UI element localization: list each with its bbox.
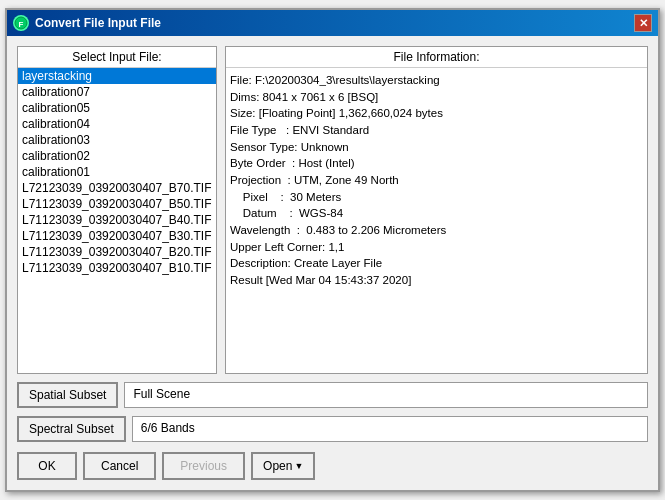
file-list[interactable]: layerstackingcalibration07calibration05c… bbox=[18, 68, 216, 358]
title-bar: F Convert File Input File ✕ bbox=[7, 10, 658, 36]
main-window: F Convert File Input File ✕ Select Input… bbox=[5, 8, 660, 492]
right-panel: File Information: File: F:\20200304_3\re… bbox=[225, 46, 648, 374]
list-item[interactable]: L72123039_03920030407_B70.TIF bbox=[18, 180, 216, 196]
previous-button[interactable]: Previous bbox=[162, 452, 245, 480]
list-item[interactable]: calibration03 bbox=[18, 132, 216, 148]
open-label: Open bbox=[263, 459, 292, 473]
file-info: File: F:\20200304_3\results\layerstackin… bbox=[226, 68, 647, 373]
left-panel: Select Input File: layerstackingcalibrat… bbox=[17, 46, 217, 374]
list-item[interactable]: L71123039_03920030407_B10.TIF bbox=[18, 260, 216, 276]
svg-text:F: F bbox=[19, 20, 24, 29]
list-item[interactable]: L71123039_03920030407_B40.TIF bbox=[18, 212, 216, 228]
spectral-subset-value: 6/6 Bands bbox=[132, 416, 648, 442]
window-title: Convert File Input File bbox=[35, 16, 161, 30]
app-icon: F bbox=[13, 15, 29, 31]
list-item[interactable]: L71123039_03920030407_B20.TIF bbox=[18, 244, 216, 260]
bottom-buttons: OK Cancel Previous Open ▼ bbox=[17, 450, 648, 480]
list-item[interactable]: calibration01 bbox=[18, 164, 216, 180]
list-item[interactable]: calibration04 bbox=[18, 116, 216, 132]
open-dropdown-arrow: ▼ bbox=[294, 461, 303, 471]
list-item[interactable]: L71123039_03920030407_B50.TIF bbox=[18, 196, 216, 212]
left-panel-header: Select Input File: bbox=[18, 47, 216, 68]
spatial-subset-button[interactable]: Spatial Subset bbox=[17, 382, 118, 408]
spectral-subset-row: Spectral Subset 6/6 Bands bbox=[17, 416, 648, 442]
list-item[interactable]: calibration02 bbox=[18, 148, 216, 164]
list-item[interactable]: L71123039_03920030407_B30.TIF bbox=[18, 228, 216, 244]
spatial-subset-row: Spatial Subset Full Scene bbox=[17, 382, 648, 408]
cancel-button[interactable]: Cancel bbox=[83, 452, 156, 480]
spatial-subset-value: Full Scene bbox=[124, 382, 648, 408]
open-button[interactable]: Open ▼ bbox=[251, 452, 315, 480]
right-panel-header: File Information: bbox=[226, 47, 647, 68]
list-item[interactable]: calibration07 bbox=[18, 84, 216, 100]
ok-button[interactable]: OK bbox=[17, 452, 77, 480]
list-item[interactable]: calibration05 bbox=[18, 100, 216, 116]
close-button[interactable]: ✕ bbox=[634, 14, 652, 32]
list-item[interactable]: layerstacking bbox=[18, 68, 216, 84]
spectral-subset-button[interactable]: Spectral Subset bbox=[17, 416, 126, 442]
